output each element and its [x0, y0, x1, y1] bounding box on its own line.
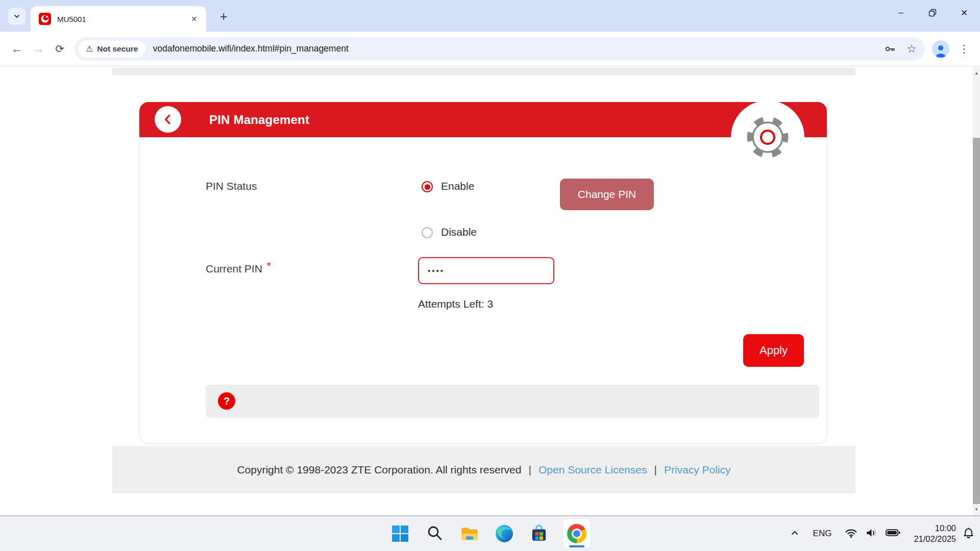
- battery-icon[interactable]: [886, 528, 900, 539]
- url-text: vodafonemobile.wifi/index.html#pin_manag…: [153, 43, 874, 54]
- footer-separator: |: [528, 464, 531, 476]
- wifi-icon[interactable]: [845, 527, 857, 541]
- apply-button[interactable]: Apply: [743, 334, 804, 367]
- search-button[interactable]: [424, 523, 446, 544]
- browser-tab-strip: MU5001 ✕ + – ✕: [0, 0, 980, 32]
- browser-toolbar: ← → ⟳ ⚠ Not secure vodafonemobile.wifi/i…: [0, 32, 980, 66]
- scrollbar-thumb[interactable]: [973, 138, 980, 504]
- browser-menu-icon[interactable]: ⋮: [957, 39, 972, 59]
- restore-icon: [928, 9, 937, 17]
- tray-time: 10:00: [914, 523, 956, 534]
- notifications-bell-icon[interactable]: [962, 527, 975, 541]
- current-pin-label: Current PIN*: [206, 260, 271, 275]
- security-chip-label: Not secure: [97, 44, 138, 54]
- address-bar[interactable]: ⚠ Not secure vodafonemobile.wifi/index.h…: [75, 37, 925, 61]
- system-tray: ENG 10:00 21/02/2025: [790, 516, 975, 551]
- new-tab-button[interactable]: +: [214, 7, 233, 26]
- required-asterisk: *: [267, 260, 271, 271]
- chevron-down-icon: [13, 13, 20, 20]
- microsoft-store-button[interactable]: [528, 523, 550, 544]
- help-icon[interactable]: ?: [218, 392, 235, 410]
- card-header: PIN Management: [139, 102, 827, 137]
- chrome-button-active[interactable]: [563, 519, 591, 548]
- reload-icon[interactable]: ⟳: [49, 38, 70, 60]
- privacy-policy-link[interactable]: Privacy Policy: [664, 464, 731, 476]
- password-key-icon[interactable]: [884, 43, 896, 55]
- active-app-indicator: [569, 545, 584, 547]
- windows-taskbar: ENG 10:00 21/02/2025: [0, 515, 980, 551]
- edge-browser-button[interactable]: [494, 523, 515, 544]
- browser-tab[interactable]: MU5001 ✕: [31, 6, 206, 32]
- footer-separator: |: [654, 464, 656, 476]
- scroll-down-arrow[interactable]: ▼: [973, 504, 980, 514]
- profile-avatar[interactable]: [932, 40, 949, 58]
- forward-icon: →: [28, 38, 49, 60]
- help-bar: ?: [206, 385, 819, 418]
- open-source-licenses-link[interactable]: Open Source Licenses: [538, 464, 647, 476]
- radio-enable[interactable]: [422, 181, 433, 192]
- tray-date: 21/02/2025: [914, 534, 956, 544]
- change-pin-button[interactable]: Change PIN: [560, 179, 654, 210]
- radio-enable-label[interactable]: Enable: [441, 180, 474, 192]
- windows-logo-icon: [391, 525, 409, 542]
- tray-chevron-up-icon[interactable]: [790, 528, 800, 540]
- store-icon: [529, 524, 549, 543]
- radio-disable-label[interactable]: Disable: [441, 226, 477, 238]
- back-icon[interactable]: ←: [6, 38, 28, 60]
- chrome-icon: [567, 524, 586, 543]
- tab-search-button[interactable]: [8, 8, 26, 25]
- current-pin-input[interactable]: ••••: [418, 257, 554, 284]
- bookmark-star-icon[interactable]: ☆: [906, 42, 917, 56]
- settings-gear-decoration: [731, 101, 804, 174]
- restore-button[interactable]: [917, 0, 948, 26]
- start-button[interactable]: [389, 523, 411, 544]
- vodafone-favicon-icon: [39, 13, 51, 25]
- tab-close-icon[interactable]: ✕: [187, 12, 201, 26]
- minimize-button[interactable]: –: [885, 0, 917, 26]
- pin-status-label: PIN Status: [206, 180, 257, 192]
- security-chip[interactable]: ⚠ Not secure: [78, 40, 145, 58]
- folder-icon: [460, 524, 479, 543]
- scroll-up-arrow[interactable]: ▲: [973, 68, 980, 78]
- taskbar-center-icons: [389, 516, 591, 551]
- search-icon: [426, 525, 444, 542]
- vertical-scrollbar[interactable]: ▲ ▼: [973, 67, 980, 515]
- page-title: PIN Management: [209, 102, 309, 137]
- page-content: PIN Management PIN Status Enable Change …: [0, 67, 980, 515]
- clock[interactable]: 10:00 21/02/2025: [914, 523, 956, 545]
- tab-title: MU5001: [57, 15, 187, 23]
- pin-management-card: PIN Management PIN Status Enable Change …: [139, 102, 827, 444]
- volume-icon[interactable]: [865, 526, 878, 542]
- chevron-left-icon: [161, 113, 175, 126]
- language-indicator[interactable]: ENG: [813, 529, 832, 539]
- edge-icon: [495, 524, 514, 543]
- copyright-text: Copyright © 1998-2023 ZTE Corporation. A…: [237, 464, 521, 476]
- desktop: MU5001 ✕ + – ✕ ← → ⟳ ⚠ Not secure vodafo…: [0, 0, 980, 551]
- close-window-button[interactable]: ✕: [948, 0, 980, 26]
- back-button[interactable]: [155, 106, 181, 133]
- gear-icon: [743, 113, 792, 162]
- file-explorer-button[interactable]: [459, 523, 480, 544]
- page-footer: Copyright © 1998-2023 ZTE Corporation. A…: [112, 446, 855, 493]
- radio-disable[interactable]: [422, 227, 433, 238]
- window-controls: – ✕: [885, 0, 980, 27]
- attempts-left-text: Attempts Left: 3: [418, 298, 493, 310]
- clipped-section-above: [112, 68, 855, 75]
- masked-pin-value: ••••: [428, 266, 445, 275]
- warning-icon: ⚠: [86, 45, 93, 53]
